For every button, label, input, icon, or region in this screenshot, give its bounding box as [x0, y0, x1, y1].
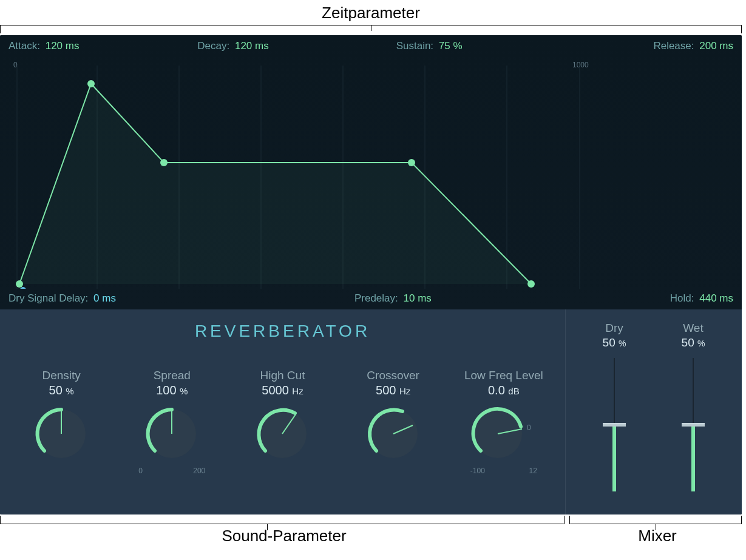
wet-slider-track[interactable]	[691, 358, 695, 491]
mixer-panel: Dry 50 % Wet 50 %	[566, 309, 742, 514]
spread-knob-graphic	[141, 401, 202, 462]
release-param[interactable]: Release: 200 ms	[653, 40, 733, 52]
svg-point-9	[16, 280, 23, 288]
sustain-param[interactable]: Sustain: 75 %	[396, 40, 463, 52]
dry-label: Dry	[590, 322, 639, 335]
hold-label: Hold:	[670, 292, 694, 304]
spread-tick-max: 200	[193, 467, 205, 475]
wet-slider[interactable]: Wet 50 %	[669, 322, 717, 491]
lowfreq-label: Low Freq Level	[452, 369, 555, 382]
wet-slider-thumb[interactable]	[682, 423, 705, 427]
annotation-sound-label: Sound-Parameter	[218, 527, 346, 545]
annotation-top-label: Zeitparameter	[322, 4, 420, 22]
annotation-sound-parameters: Sound-Parameter	[0, 516, 565, 545]
attack-value: 120 ms	[46, 40, 80, 52]
lowfreq-tick-zero: 0	[527, 423, 531, 432]
envelope-graph[interactable]	[12, 66, 730, 289]
decay-label: Decay:	[197, 40, 229, 52]
svg-point-13	[408, 159, 415, 166]
svg-point-12	[160, 159, 168, 166]
svg-point-11	[87, 80, 95, 87]
plugin-title: REVERBERATOR	[0, 309, 565, 341]
highcut-label: High Cut	[231, 369, 334, 382]
hold-value: 440 ms	[699, 292, 733, 304]
dry-value: 50 %	[590, 336, 639, 349]
crossover-value: 500 Hz	[342, 383, 445, 397]
dry-slider-track[interactable]	[612, 358, 616, 491]
crossover-knob[interactable]: Crossover 500 Hz	[342, 369, 445, 475]
density-label: Density	[10, 369, 113, 382]
dry-signal-delay-value: 0 ms	[93, 292, 116, 304]
hold-param[interactable]: Hold: 440 ms	[670, 292, 733, 305]
release-value: 200 ms	[699, 40, 733, 52]
annotation-mixer: Mixer	[569, 516, 742, 545]
dry-slider-thumb[interactable]	[603, 423, 626, 427]
decay-param[interactable]: Decay: 120 ms	[197, 40, 268, 52]
svg-marker-8	[19, 84, 531, 284]
predelay-param[interactable]: Predelay: 10 ms	[354, 292, 432, 305]
attack-param[interactable]: Attack: 120 ms	[8, 40, 79, 52]
wet-label: Wet	[669, 322, 717, 335]
lowfreq-knob-graphic: 0	[467, 401, 540, 462]
density-knob[interactable]: Density 50 %	[10, 369, 113, 475]
release-label: Release:	[653, 40, 694, 52]
annotation-time-parameters: Zeitparameter	[0, 4, 742, 33]
reverberator-plugin: Attack: 120 ms Decay: 120 ms Sustain: 75…	[0, 35, 742, 514]
sound-parameter-panel: REVERBERATOR Density 50 % Spread	[0, 309, 566, 514]
highcut-knob[interactable]: High Cut 5000 Hz	[231, 369, 334, 475]
lowfreq-knob[interactable]: Low Freq Level 0.0 dB 0 -100 12	[452, 369, 555, 475]
highcut-value: 5000 Hz	[231, 383, 334, 397]
predelay-value: 10 ms	[404, 292, 432, 304]
attack-label: Attack:	[8, 40, 40, 52]
predelay-label: Predelay:	[354, 292, 398, 304]
spread-tick-min: 0	[138, 467, 143, 475]
dry-signal-delay-param[interactable]: Dry Signal Delay: 0 ms	[8, 292, 116, 305]
spread-label: Spread	[120, 369, 223, 382]
svg-point-14	[527, 280, 535, 288]
lowfreq-tick-max: 12	[529, 467, 537, 475]
sustain-value: 75 %	[439, 40, 463, 52]
lowfreq-value: 0.0 dB	[452, 383, 555, 397]
dry-signal-delay-label: Dry Signal Delay:	[8, 292, 88, 304]
dry-slider[interactable]: Dry 50 %	[590, 322, 639, 491]
sustain-label: Sustain:	[396, 40, 433, 52]
density-value: 50 %	[10, 383, 113, 397]
lowfreq-tick-min: -100	[470, 467, 485, 475]
spread-value: 100 %	[120, 383, 223, 397]
highcut-knob-graphic	[252, 401, 313, 462]
decay-value: 120 ms	[235, 40, 269, 52]
lower-panel: REVERBERATOR Density 50 % Spread	[0, 309, 742, 514]
crossover-label: Crossover	[342, 369, 445, 382]
envelope-display[interactable]: Attack: 120 ms Decay: 120 ms Sustain: 75…	[0, 35, 742, 309]
wet-value: 50 %	[669, 336, 717, 349]
crossover-knob-graphic	[363, 401, 424, 462]
spread-knob[interactable]: Spread 100 % 0 200	[120, 369, 223, 475]
density-knob-graphic	[31, 401, 92, 462]
